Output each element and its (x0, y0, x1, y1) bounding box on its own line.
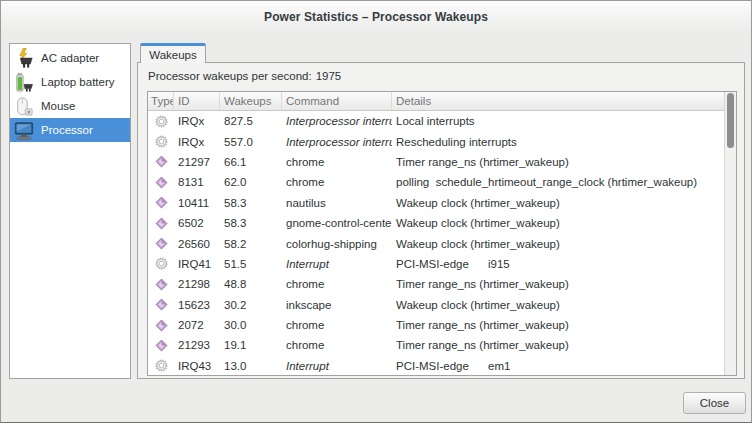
interrupt-gear-icon (155, 359, 168, 372)
row-id: 2072 (174, 319, 220, 331)
device-list: AC adapter Laptop battery (9, 43, 131, 379)
table-row[interactable]: 2072 30.0 chrome Timer range_ns (hrtimer… (148, 315, 736, 335)
column-header-wakeups[interactable]: Wakeups (220, 92, 282, 110)
column-header-details[interactable]: Details (392, 92, 736, 110)
table-row[interactable]: IRQ43 13.0 Interrupt PCI-MSI-edge em1 (148, 356, 736, 375)
wakeups-summary: Processor wakeups per second: 1975 (148, 70, 341, 82)
sidebar-item-label: Processor (41, 124, 93, 136)
row-command: nautilus (282, 197, 392, 209)
table-row[interactable]: 21297 66.1 chrome Timer range_ns (hrtime… (148, 152, 736, 172)
row-wakeups: 30.0 (220, 319, 282, 331)
row-details: Timer range_ns (hrtimer_wakeup) (392, 278, 736, 290)
wakeups-summary-label: Processor wakeups per second: (148, 70, 312, 82)
row-details: polling schedule_hrtimeout_range_clock (… (392, 176, 736, 188)
row-wakeups: 66.1 (220, 156, 282, 168)
process-diamond-icon (155, 176, 168, 189)
row-wakeups: 19.1 (220, 339, 282, 351)
row-command: chrome (282, 319, 392, 331)
table-row[interactable]: 21298 48.8 chrome Timer range_ns (hrtime… (148, 274, 736, 294)
sidebar-item-label: AC adapter (41, 52, 99, 64)
row-command: chrome (282, 339, 392, 351)
row-wakeups: 13.0 (220, 360, 282, 372)
row-command: Interrupt (282, 258, 392, 270)
table-row[interactable]: IRQx 557.0 Interprocessor interrupt Resc… (148, 131, 736, 151)
row-id: IRQ41 (174, 258, 220, 270)
row-details: Timer range_ns (hrtimer_wakeup) (392, 156, 736, 168)
sidebar-item-mouse[interactable]: Mouse (10, 94, 130, 118)
table-row[interactable]: 15623 30.2 inkscape Wakeup clock (hrtime… (148, 295, 736, 315)
table-body: IRQx 827.5 Interprocessor interrupt Loca… (148, 111, 736, 375)
table-row[interactable]: 6502 58.3 gnome-control-center Wakeup cl… (148, 213, 736, 233)
row-command: gnome-control-center (282, 217, 392, 229)
ac-adapter-icon (14, 48, 34, 69)
process-diamond-icon (155, 196, 168, 209)
column-header-id[interactable]: ID (174, 92, 220, 110)
row-command: chrome (282, 176, 392, 188)
process-diamond-icon (155, 237, 168, 250)
interrupt-gear-icon (155, 135, 168, 148)
table-row[interactable]: 10411 58.3 nautilus Wakeup clock (hrtime… (148, 193, 736, 213)
row-command: inkscape (282, 299, 392, 311)
window-title: Power Statistics – Processor Wakeups (264, 10, 488, 24)
column-header-type[interactable]: Type (148, 92, 174, 110)
close-button[interactable]: Close (683, 392, 746, 414)
interrupt-gear-icon (155, 257, 168, 270)
sidebar-item-laptop-battery[interactable]: Laptop battery (10, 70, 130, 94)
row-command: colorhug-shipping (282, 238, 392, 250)
table-row[interactable]: 8131 62.0 chrome polling schedule_hrtime… (148, 172, 736, 192)
wakeups-panel: Processor wakeups per second: 1975 Type … (137, 62, 745, 379)
power-statistics-window: Power Statistics – Processor Wakeups AC … (0, 0, 752, 423)
titlebar[interactable]: Power Statistics – Processor Wakeups (1, 1, 751, 31)
process-diamond-icon (155, 278, 168, 291)
row-wakeups: 51.5 (220, 258, 282, 270)
vertical-scrollbar[interactable] (724, 92, 736, 375)
row-details: Wakeup clock (hrtimer_wakeup) (392, 299, 736, 311)
row-wakeups: 827.5 (220, 115, 282, 127)
row-details: Timer range_ns (hrtimer_wakeup) (392, 339, 736, 351)
row-details: PCI-MSI-edge i915 (392, 258, 736, 270)
row-id: 6502 (174, 217, 220, 229)
process-diamond-icon (155, 319, 168, 332)
sidebar-item-processor[interactable]: Processor (10, 118, 130, 142)
table-row[interactable]: IRQ41 51.5 Interrupt PCI-MSI-edge i915 (148, 254, 736, 274)
row-details: Rescheduling interrupts (392, 136, 736, 148)
table-row[interactable]: 21293 19.1 chrome Timer range_ns (hrtime… (148, 335, 736, 355)
scrollbar-thumb[interactable] (727, 93, 734, 148)
row-wakeups: 557.0 (220, 136, 282, 148)
row-id: IRQx (174, 136, 220, 148)
row-details: PCI-MSI-edge em1 (392, 360, 736, 372)
row-command: chrome (282, 278, 392, 290)
process-diamond-icon (155, 155, 168, 168)
row-details: Wakeup clock (hrtimer_wakeup) (392, 217, 736, 229)
table-row[interactable]: IRQx 827.5 Interprocessor interrupt Loca… (148, 111, 736, 131)
row-command: Interprocessor interrupt (282, 115, 392, 127)
row-wakeups: 62.0 (220, 176, 282, 188)
row-id: IRQ43 (174, 360, 220, 372)
tab-wakeups[interactable]: Wakeups (140, 43, 206, 63)
row-id: 21298 (174, 278, 220, 290)
interrupt-gear-icon (155, 115, 168, 128)
row-wakeups: 58.3 (220, 217, 282, 229)
wakeups-per-second-value: 1975 (316, 70, 342, 82)
row-command: Interprocessor interrupt (282, 136, 392, 148)
row-id: IRQx (174, 115, 220, 127)
row-id: 21297 (174, 156, 220, 168)
wakeups-table: Type ID Wakeups Command Details IRQx 827… (147, 91, 737, 376)
sidebar-item-ac-adapter[interactable]: AC adapter (10, 46, 130, 70)
sidebar-item-label: Laptop battery (41, 76, 115, 88)
process-diamond-icon (155, 298, 168, 311)
row-wakeups: 30.2 (220, 299, 282, 311)
row-wakeups: 48.8 (220, 278, 282, 290)
row-details: Timer range_ns (hrtimer_wakeup) (392, 319, 736, 331)
process-diamond-icon (155, 339, 168, 352)
laptop-battery-icon (14, 72, 34, 93)
row-command: Interrupt (282, 360, 392, 372)
row-command: chrome (282, 156, 392, 168)
table-row[interactable]: 26560 58.2 colorhug-shipping Wakeup cloc… (148, 233, 736, 253)
column-header-command[interactable]: Command (282, 92, 392, 110)
row-wakeups: 58.2 (220, 238, 282, 250)
processor-icon (14, 120, 34, 141)
row-id: 15623 (174, 299, 220, 311)
process-diamond-icon (155, 217, 168, 230)
row-details: Local interrupts (392, 115, 736, 127)
